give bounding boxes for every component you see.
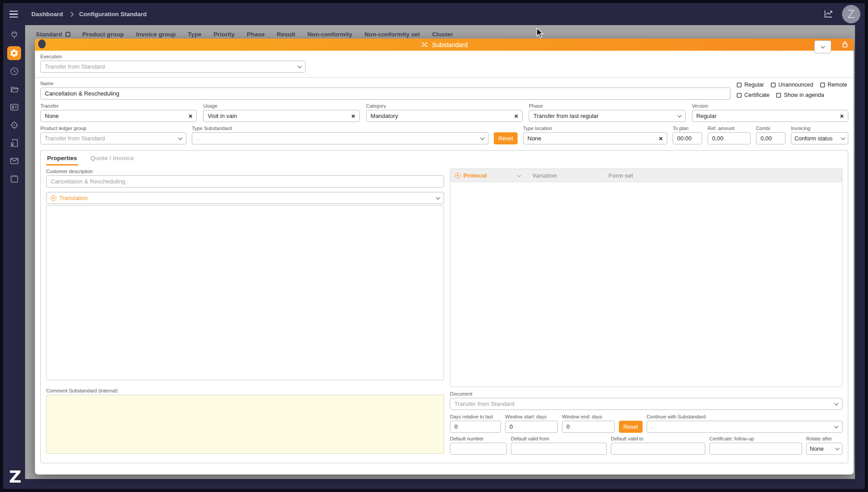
window-end-input[interactable] bbox=[562, 421, 615, 433]
tab-quote-invoice[interactable]: Quote / invoice bbox=[90, 151, 135, 165]
chevron-down-icon bbox=[835, 446, 840, 450]
comment-textarea[interactable] bbox=[46, 395, 444, 454]
window-end-label: Window end: days bbox=[562, 414, 615, 419]
breadcrumb-current: Configuration Standard bbox=[79, 11, 147, 17]
reset-button[interactable]: Reset bbox=[494, 132, 518, 144]
invoicing-label: Invoicing bbox=[791, 126, 848, 131]
to-plan-label: To plan bbox=[673, 126, 702, 131]
ref-amount-input[interactable] bbox=[708, 132, 751, 144]
clock-icon[interactable] bbox=[9, 66, 20, 77]
avatar[interactable]: Z bbox=[842, 5, 860, 23]
rotate-after-label: Rotate after bbox=[806, 436, 842, 441]
certificate-follow-up-input[interactable] bbox=[709, 443, 802, 455]
chevron-down-icon bbox=[298, 64, 302, 68]
mail-icon[interactable] bbox=[9, 156, 20, 166]
contact-card-icon[interactable] bbox=[9, 102, 20, 113]
chevron-down-icon bbox=[834, 424, 839, 428]
rotate-after-select[interactable]: None bbox=[806, 443, 842, 455]
type-location-label: Type location bbox=[523, 126, 667, 131]
product-ledger-group-select[interactable]: Transfer from Standard bbox=[40, 132, 186, 144]
transfer-field[interactable]: None × bbox=[40, 110, 197, 122]
bg-tab-phase: Phase bbox=[247, 31, 265, 38]
bg-tab-invoice-group: Invoice group bbox=[136, 31, 176, 38]
dialog-header: Substandard bbox=[35, 39, 854, 51]
checkbox-show-in-agenda[interactable]: Show in agenda bbox=[776, 92, 824, 98]
protocol-table: + Protocol Variation Form set bbox=[450, 169, 842, 387]
version-field[interactable]: Regular × bbox=[692, 110, 848, 122]
bg-tab-non-conformity: Non-conformity bbox=[307, 31, 353, 38]
lock-icon[interactable] bbox=[842, 41, 848, 49]
document-label: Document bbox=[450, 391, 842, 396]
target-icon[interactable] bbox=[9, 120, 20, 131]
plug-icon[interactable] bbox=[9, 30, 20, 40]
calendar-icon[interactable] bbox=[9, 174, 20, 184]
clear-icon[interactable]: × bbox=[659, 135, 663, 142]
name-input[interactable] bbox=[40, 87, 730, 100]
chevron-down-icon bbox=[480, 135, 485, 140]
breadcrumb: Dashboard Configuration Standard bbox=[31, 11, 147, 17]
product-ledger-group-label: Product ledger group bbox=[40, 126, 186, 131]
document-select[interactable]: Transfer from Standard bbox=[450, 398, 842, 410]
category-label: Category bbox=[366, 103, 523, 109]
combi-label: Combi bbox=[756, 126, 786, 131]
category-field[interactable]: Mandatory × bbox=[366, 110, 523, 122]
to-plan-input[interactable] bbox=[673, 132, 702, 144]
checkbox-icon bbox=[820, 83, 825, 87]
combi-input[interactable] bbox=[756, 132, 786, 144]
customer-description-input[interactable] bbox=[46, 175, 444, 187]
add-protocol-button[interactable]: + Protocol bbox=[455, 172, 518, 179]
certificate-doc-icon[interactable] bbox=[9, 138, 20, 148]
section-divider bbox=[35, 77, 854, 78]
checkbox-remote[interactable]: Remote bbox=[820, 82, 847, 88]
chart-icon[interactable] bbox=[823, 8, 834, 21]
type-substandard-select[interactable]: .. bbox=[192, 132, 488, 144]
execution-select[interactable]: Transfer from Standard bbox=[40, 61, 306, 73]
chevron-down-icon bbox=[677, 113, 682, 118]
tab-properties[interactable]: Properties bbox=[46, 151, 78, 165]
default-number-label: Default number bbox=[450, 436, 507, 441]
translation-list-empty bbox=[46, 205, 444, 380]
breadcrumb-dashboard[interactable]: Dashboard bbox=[31, 11, 63, 17]
reset-button[interactable]: Reset bbox=[619, 421, 643, 433]
gear-icon[interactable] bbox=[7, 46, 21, 60]
translation-label: Translation bbox=[59, 195, 88, 201]
chevron-down-icon bbox=[436, 195, 440, 200]
days-relative-input[interactable] bbox=[450, 421, 501, 433]
phase-select[interactable]: Transfer from last regular bbox=[529, 110, 685, 122]
sidebar-nav bbox=[3, 25, 25, 489]
hamburger-menu-icon[interactable] bbox=[9, 11, 18, 18]
default-valid-from-input[interactable] bbox=[511, 443, 607, 455]
clear-icon[interactable]: × bbox=[189, 113, 193, 119]
checkbox-certificate[interactable]: Certificate bbox=[737, 92, 769, 98]
customer-description-label: Customer description bbox=[46, 169, 444, 174]
app-logo: Z bbox=[9, 467, 22, 487]
certificate-follow-up-label: Certificate: follow-up bbox=[709, 436, 802, 441]
continue-with-substandard-select[interactable]: .. bbox=[647, 421, 842, 433]
type-location-field[interactable]: None × bbox=[523, 132, 667, 144]
translation-expander[interactable]: + Translation bbox=[46, 192, 444, 204]
checkbox-unannounced[interactable]: Unannounced bbox=[771, 82, 813, 88]
window-start-input[interactable] bbox=[505, 421, 558, 433]
ref-amount-label: Ref. amount bbox=[708, 126, 751, 131]
default-number-input[interactable] bbox=[450, 443, 507, 455]
checkbox-regular[interactable]: Regular bbox=[737, 82, 764, 88]
usage-field[interactable]: Visit in vain × bbox=[203, 110, 359, 122]
invoicing-select[interactable]: Conform status bbox=[791, 132, 848, 144]
chevron-down-icon bbox=[841, 135, 846, 140]
dialog-actions-dropdown[interactable] bbox=[814, 40, 831, 53]
plus-icon: + bbox=[455, 173, 461, 179]
chevron-down-icon bbox=[178, 135, 183, 140]
folder-icon[interactable] bbox=[9, 84, 20, 95]
clear-icon[interactable]: × bbox=[514, 113, 518, 119]
bg-tab-result: Result bbox=[277, 31, 295, 38]
default-valid-to-input[interactable] bbox=[611, 443, 705, 455]
name-label: Name bbox=[40, 81, 730, 86]
continue-with-substandard-label: Continue with Substandard bbox=[647, 414, 842, 419]
default-valid-from-label: Default valid from bbox=[511, 436, 607, 441]
clear-icon[interactable]: × bbox=[840, 113, 844, 119]
bg-tab-cluster: Cluster bbox=[432, 31, 453, 38]
clear-icon[interactable]: × bbox=[351, 113, 355, 119]
chevron-down-icon[interactable] bbox=[517, 173, 522, 177]
breadcrumb-separator-icon bbox=[69, 12, 73, 17]
comment-label: Comment Substandard (internal) bbox=[46, 388, 444, 393]
